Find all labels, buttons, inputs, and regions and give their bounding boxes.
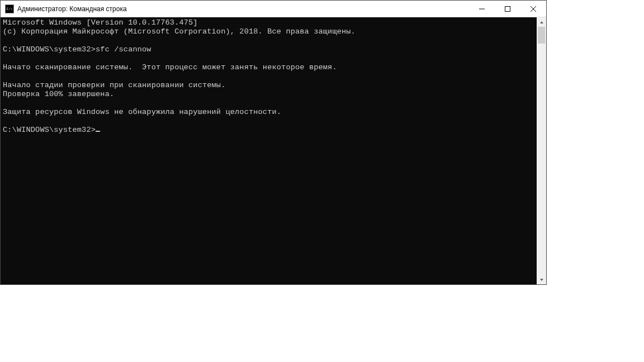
window-controls: [469, 1, 546, 17]
maximize-button[interactable]: [495, 1, 520, 17]
prompt-path: C:\WINDOWS\system32>: [3, 45, 96, 54]
window-title: Администратор: Командная строка: [17, 5, 469, 13]
scrollbar-track[interactable]: [537, 27, 546, 275]
close-icon: [531, 6, 536, 12]
minimize-button[interactable]: [469, 1, 495, 17]
svg-rect-1: [505, 6, 510, 11]
titlebar[interactable]: Администратор: Командная строка: [1, 1, 546, 17]
prompt-command: sfc /scannow: [96, 45, 151, 54]
chevron-up-icon: [539, 20, 544, 25]
output-line: Начато сканирование системы. Этот процес…: [3, 63, 337, 72]
maximize-icon: [505, 6, 510, 12]
close-button[interactable]: [520, 1, 546, 17]
output-line: Начало стадии проверки при сканировании …: [3, 81, 225, 89]
scrollbar-up-button[interactable]: [537, 17, 546, 27]
prompt-line: C:\WINDOWS\system32>sfc /scannow: [3, 45, 151, 54]
terminal-output[interactable]: Microsoft Windows [Version 10.0.17763.47…: [1, 17, 537, 284]
minimize-icon: [479, 6, 485, 12]
cmd-icon: [5, 4, 14, 13]
cursor: [96, 131, 100, 132]
svg-marker-5: [540, 279, 543, 281]
output-line: Microsoft Windows [Version 10.0.17763.47…: [3, 18, 198, 27]
prompt-line: C:\WINDOWS\system32>: [3, 126, 100, 134]
prompt-path: C:\WINDOWS\system32>: [3, 126, 96, 134]
svg-marker-4: [540, 21, 543, 23]
output-line: (c) Корпорация Майкрософт (Microsoft Cor…: [3, 27, 356, 36]
output-line: Защита ресурсов Windows не обнаружила на…: [3, 108, 281, 116]
output-line: Проверка 100% завершена.: [3, 90, 114, 98]
scrollbar-thumb[interactable]: [538, 27, 545, 44]
scrollbar-down-button[interactable]: [537, 275, 546, 284]
vertical-scrollbar[interactable]: [537, 17, 546, 284]
command-prompt-window: Администратор: Командная строка Microsof…: [0, 0, 547, 285]
chevron-down-icon: [539, 278, 544, 282]
terminal-wrapper: Microsoft Windows [Version 10.0.17763.47…: [1, 17, 546, 284]
